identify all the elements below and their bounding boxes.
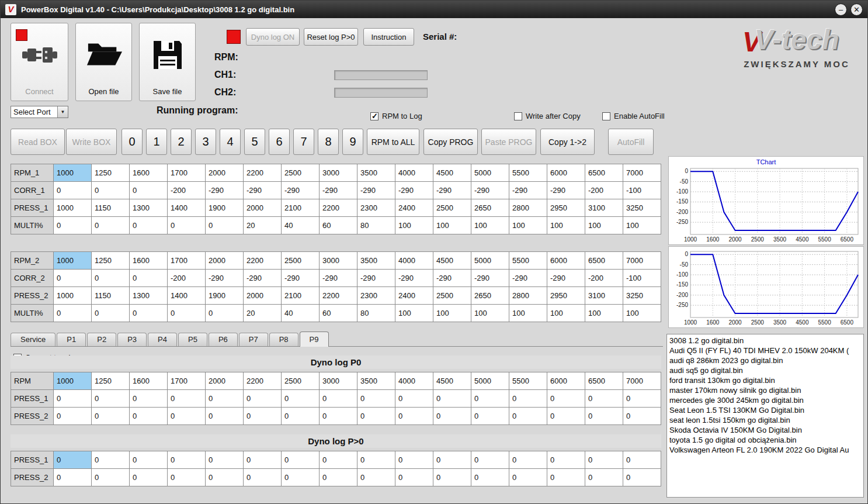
file-list-item[interactable]: Audi Q5 II (FY FL) 40 TDI MHEV 2.0 150kW… (667, 346, 863, 355)
file-list-item[interactable]: toyota 1.5 go digital od obciążenia.bin (667, 435, 863, 445)
table-cell[interactable]: 1250 (92, 252, 130, 270)
tab-p8[interactable]: P8 (269, 333, 298, 346)
minimize-button[interactable]: – (835, 4, 847, 16)
table-cell[interactable]: 2100 (282, 199, 320, 217)
table-cell[interactable]: 0 (585, 451, 623, 469)
table-cell[interactable]: 80 (357, 217, 395, 234)
table-cell[interactable]: 1300 (130, 199, 168, 217)
table-cell[interactable]: 5000 (471, 252, 509, 270)
table-cell[interactable]: 0 (585, 408, 623, 425)
read-box-button[interactable]: Read BOX (11, 129, 65, 155)
table-cell[interactable]: 0 (206, 390, 244, 408)
table-cell[interactable]: 0 (471, 469, 509, 486)
table-cell[interactable]: 2950 (547, 199, 585, 217)
table-cell[interactable]: 100 (471, 217, 509, 234)
table-cell[interactable]: 0 (357, 390, 395, 408)
table-cell[interactable]: 0 (395, 390, 433, 408)
file-list-item[interactable]: audi q8 286km 2023 go digital.bin (667, 355, 863, 365)
table-cell[interactable]: 1600 (130, 164, 168, 182)
table-cell[interactable]: 0 (54, 469, 92, 486)
table-cell[interactable]: 0 (54, 305, 92, 322)
table-cell[interactable]: 40 (282, 305, 320, 322)
table-cell[interactable]: 0 (54, 390, 92, 408)
table-cell[interactable]: -100 (623, 182, 661, 199)
autofill-button[interactable]: AutoFill (608, 129, 654, 155)
digit-button-1[interactable]: 1 (146, 129, 167, 155)
table-cell[interactable]: -200 (168, 270, 206, 287)
table-cell[interactable]: 7000 (623, 372, 661, 390)
digit-button-3[interactable]: 3 (195, 129, 216, 155)
table-cell[interactable]: 0 (92, 270, 130, 287)
table-cell[interactable]: 0 (130, 390, 168, 408)
table-cell[interactable]: 3000 (320, 372, 357, 390)
table-cell[interactable]: -200 (585, 270, 623, 287)
table-cell[interactable]: 6000 (547, 252, 585, 270)
write-box-button[interactable]: Write BOX (66, 129, 117, 155)
table-cell[interactable]: 1150 (92, 199, 130, 217)
table-cell[interactable]: 3250 (623, 199, 661, 217)
copy-prog-button[interactable]: Copy PROG (423, 129, 478, 155)
table-cell[interactable]: 1000 (54, 287, 92, 305)
table-cell[interactable]: 6000 (547, 164, 585, 182)
table-cell[interactable]: 100 (547, 305, 585, 322)
table-cell[interactable]: -290 (547, 270, 585, 287)
table-cell[interactable]: 0 (244, 390, 282, 408)
table-cell[interactable]: -290 (282, 270, 320, 287)
table-cell[interactable]: 3250 (623, 287, 661, 305)
table-cell[interactable]: 0 (168, 469, 206, 486)
table-cell[interactable]: 0 (433, 408, 471, 425)
table-cell[interactable]: 0 (168, 217, 206, 234)
table-cell[interactable]: -290 (282, 182, 320, 199)
digit-button-2[interactable]: 2 (171, 129, 192, 155)
tab-p9[interactable]: P9 (300, 332, 329, 347)
table-cell[interactable]: 1400 (168, 287, 206, 305)
table-cell[interactable]: 1000 (54, 372, 92, 390)
table-cell[interactable]: -290 (395, 270, 433, 287)
table-cell[interactable]: 7000 (623, 252, 661, 270)
digit-button-9[interactable]: 9 (342, 129, 363, 155)
table-cell[interactable]: 0 (168, 305, 206, 322)
tab-service[interactable]: Service (11, 333, 55, 346)
table-cell[interactable]: 2000 (244, 199, 282, 217)
table-cell[interactable]: 60 (320, 217, 357, 234)
tab-p2[interactable]: P2 (87, 333, 116, 346)
table-cell[interactable]: 0 (320, 408, 357, 425)
table-cell[interactable]: 0 (168, 408, 206, 425)
table-cell[interactable]: 100 (471, 305, 509, 322)
table-cell[interactable]: 0 (206, 305, 244, 322)
table-cell[interactable]: 3500 (357, 372, 395, 390)
table-cell[interactable]: 4500 (433, 372, 471, 390)
table-cell[interactable]: -290 (206, 182, 244, 199)
table-cell[interactable]: 2950 (547, 287, 585, 305)
table-cell[interactable]: 2100 (282, 287, 320, 305)
table-cell[interactable]: 1300 (130, 287, 168, 305)
instruction-button[interactable]: Instruction (363, 28, 414, 46)
file-list-item[interactable]: audi sq5 go digital.bin (667, 365, 863, 375)
table-cell[interactable]: 4000 (395, 252, 433, 270)
table-cell[interactable]: 0 (395, 469, 433, 486)
table-cell[interactable]: 6500 (585, 372, 623, 390)
select-port-dropdown[interactable]: Select Port (11, 106, 68, 118)
file-list-item[interactable]: mercedes gle 300d 245km go digital.bin (667, 395, 863, 405)
table-cell[interactable]: 3100 (585, 199, 623, 217)
paste-prog-button[interactable]: Paste PROG (481, 129, 536, 155)
table-cell[interactable]: -290 (357, 182, 395, 199)
table-cell[interactable]: 100 (395, 305, 433, 322)
table-cell[interactable]: 1000 (54, 164, 92, 182)
table-cell[interactable]: -290 (509, 182, 547, 199)
table-cell[interactable]: 0 (244, 408, 282, 425)
digit-button-5[interactable]: 5 (244, 129, 265, 155)
table-cell[interactable]: 0 (244, 469, 282, 486)
copy-1-to-2-button[interactable]: Copy 1->2 (540, 129, 595, 155)
table-cell[interactable]: 100 (509, 217, 547, 234)
table-cell[interactable]: 60 (320, 305, 357, 322)
file-list-item[interactable]: master 170km nowy silnik go digital.bin (667, 385, 863, 395)
table-cell[interactable]: 0 (206, 217, 244, 234)
table-cell[interactable]: 4500 (433, 252, 471, 270)
table-cell[interactable]: 5500 (509, 252, 547, 270)
table-cell[interactable]: 1000 (54, 199, 92, 217)
table-cell[interactable]: 1150 (92, 287, 130, 305)
table-cell[interactable]: 3500 (357, 164, 395, 182)
write-after-copy-checkbox[interactable]: Write after Copy (514, 112, 581, 120)
table-cell[interactable]: 5000 (471, 164, 509, 182)
